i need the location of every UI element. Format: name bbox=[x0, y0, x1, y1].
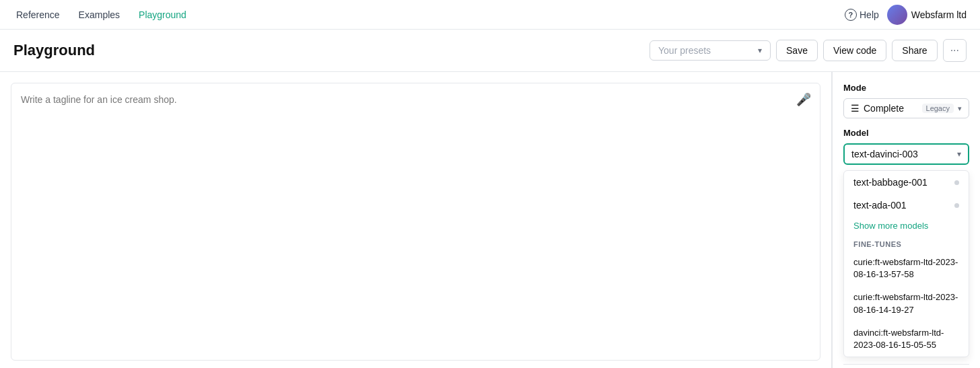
nav-item-playground[interactable]: Playground bbox=[136, 9, 189, 20]
view-code-button[interactable]: View code bbox=[823, 40, 886, 61]
top-nav: Reference Examples Playground ? Help Web… bbox=[0, 0, 980, 30]
model-option-ada[interactable]: text-ada-001 bbox=[844, 194, 969, 217]
fine-tunes-section-label: FINE-TUNES bbox=[844, 235, 969, 251]
prompt-textarea[interactable] bbox=[11, 83, 820, 361]
user-area[interactable]: Websfarm ltd bbox=[887, 5, 967, 25]
help-button[interactable]: ? Help bbox=[845, 9, 879, 21]
nav-left: Reference Examples Playground bbox=[13, 9, 189, 20]
main-layout: 🎤 Mode ☰ Complete Legacy ▾ Model text-da… bbox=[0, 72, 980, 368]
model-option-label: text-ada-001 bbox=[853, 200, 907, 211]
user-name: Websfarm ltd bbox=[911, 9, 967, 20]
model-value: text-davinci-003 bbox=[851, 149, 918, 159]
presets-placeholder: Your presets bbox=[658, 45, 711, 56]
nav-item-examples[interactable]: Examples bbox=[76, 9, 123, 20]
nav-item-reference[interactable]: Reference bbox=[13, 9, 63, 20]
model-label: Model bbox=[843, 128, 969, 138]
presets-dropdown[interactable]: Your presets ▾ bbox=[650, 40, 771, 61]
model-option-babbage[interactable]: text-babbage-001 bbox=[844, 171, 969, 194]
legacy-badge: Legacy bbox=[922, 104, 954, 113]
page-title: Playground bbox=[13, 42, 95, 59]
chevron-down-icon: ▾ bbox=[758, 46, 762, 55]
mode-value: Complete bbox=[864, 103, 918, 114]
help-label: Help bbox=[860, 9, 879, 20]
page-header: Playground Your presets ▾ Save View code… bbox=[0, 30, 980, 72]
model-option-label: text-babbage-001 bbox=[853, 177, 928, 188]
more-button[interactable]: ··· bbox=[943, 39, 967, 62]
complete-icon: ☰ bbox=[851, 103, 860, 114]
model-select[interactable]: text-davinci-003 ▾ bbox=[843, 143, 969, 165]
header-actions: Your presets ▾ Save View code Share ··· bbox=[650, 39, 967, 62]
chevron-down-icon: ▾ bbox=[957, 149, 961, 159]
status-dot bbox=[954, 180, 959, 185]
fine-tune-item-0[interactable]: curie:ft-websfarm-ltd-2023-08-16-13-57-5… bbox=[844, 251, 969, 286]
fine-tune-item-1[interactable]: curie:ft-websfarm-ltd-2023-08-16-14-19-2… bbox=[844, 286, 969, 321]
status-dot bbox=[954, 203, 959, 208]
mode-select[interactable]: ☰ Complete Legacy ▾ bbox=[843, 98, 969, 118]
text-pane: 🎤 bbox=[0, 72, 832, 368]
show-more-models[interactable]: Show more models bbox=[844, 217, 969, 235]
fine-tune-item-2[interactable]: davinci:ft-websfarm-ltd-2023-08-16-15-05… bbox=[844, 322, 969, 357]
mode-label: Mode bbox=[843, 83, 969, 93]
right-panel: Mode ☰ Complete Legacy ▾ Model text-davi… bbox=[832, 72, 980, 368]
help-icon: ? bbox=[845, 9, 857, 21]
share-button[interactable]: Share bbox=[892, 40, 937, 61]
microphone-icon[interactable]: 🎤 bbox=[796, 92, 811, 107]
nav-right: ? Help Websfarm ltd bbox=[845, 5, 967, 25]
avatar bbox=[887, 5, 907, 25]
chevron-down-icon: ▾ bbox=[958, 104, 962, 113]
save-button[interactable]: Save bbox=[776, 40, 818, 61]
model-dropdown-list: text-babbage-001 text-ada-001 Show more … bbox=[843, 170, 969, 357]
